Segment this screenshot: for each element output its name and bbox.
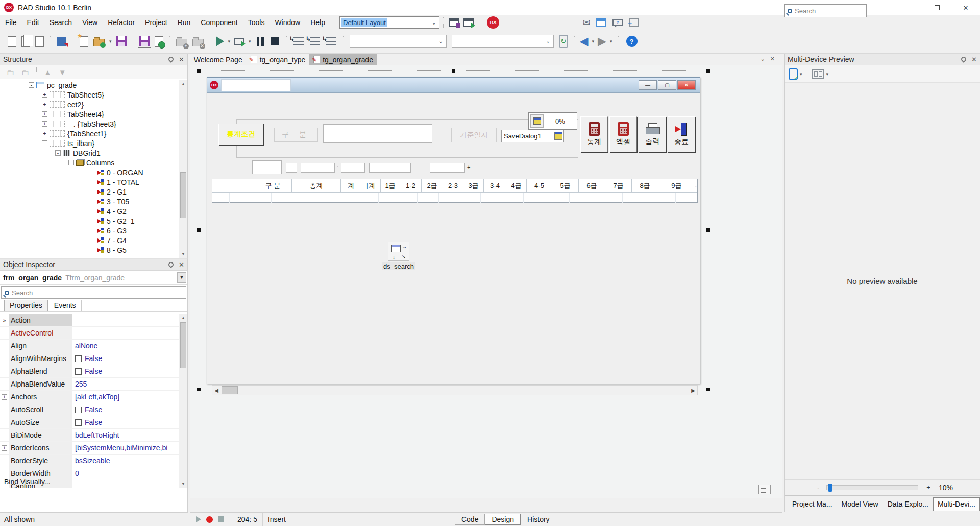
- filter-edit-box[interactable]: [341, 163, 365, 173]
- filter-edit-box[interactable]: [301, 163, 335, 173]
- menu-item[interactable]: Window: [270, 16, 305, 29]
- form-action-button[interactable]: 통계: [580, 116, 608, 152]
- tab-properties[interactable]: Properties: [4, 300, 48, 311]
- view-tab[interactable]: History: [521, 514, 556, 525]
- run-dropdown-icon[interactable]: ▾: [228, 39, 231, 44]
- feedback-question-icon[interactable]: ?: [612, 19, 623, 26]
- base-date-label[interactable]: 기준일자: [451, 128, 497, 142]
- property-row[interactable]: AlignWithMargins False: [0, 352, 179, 365]
- tab-list-chevron-icon[interactable]: ⌄: [761, 56, 765, 62]
- grid-column-header[interactable]: 구 분: [254, 179, 292, 192]
- resize-handle[interactable]: [706, 388, 710, 391]
- sign-in-icon[interactable]: [629, 18, 639, 27]
- window-close-button[interactable]: ✕: [951, 0, 980, 15]
- tree-item[interactable]: 0 - ORGAN: [0, 168, 179, 177]
- view-tab[interactable]: Design: [485, 514, 521, 525]
- new-items-icon[interactable]: [8, 36, 16, 47]
- progress-panel[interactable]: 0%: [528, 112, 577, 130]
- resize-handle[interactable]: [706, 228, 710, 232]
- form-horizontal-scrollbar[interactable]: ◀ ▶: [212, 385, 698, 395]
- filter-tab-box[interactable]: [252, 160, 282, 174]
- new-item-icon[interactable]: 🗀: [7, 68, 14, 77]
- editor-tab[interactable]: tg_organ_type: [247, 54, 310, 65]
- grid-column-header[interactable]: 7급: [605, 179, 632, 192]
- grid-column-header[interactable]: -: [695, 179, 697, 192]
- tree-expand-toggle[interactable]: +: [42, 111, 47, 117]
- new-unit-icon[interactable]: [35, 36, 44, 47]
- menu-item[interactable]: Run: [173, 16, 196, 29]
- close-icon[interactable]: ✕: [971, 56, 977, 63]
- property-row[interactable]: AutoScroll False: [0, 403, 179, 416]
- pause-icon[interactable]: [257, 37, 264, 46]
- zoom-out-button[interactable]: -: [817, 484, 819, 491]
- grid-column-header[interactable]: |계: [361, 179, 381, 192]
- scrollbar-thumb[interactable]: [222, 386, 238, 394]
- property-row[interactable]: AlphaBlendValue 255: [0, 378, 179, 391]
- editor-tab[interactable]: Welcome Page: [190, 54, 247, 65]
- designed-form-titlebar[interactable]: DX — ▢ ✕: [207, 78, 700, 93]
- help-icon[interactable]: ?: [626, 36, 638, 47]
- menu-item[interactable]: Help: [305, 16, 330, 29]
- resize-handle[interactable]: [197, 388, 201, 391]
- move-down-icon[interactable]: ▼: [59, 68, 66, 77]
- devices-dropdown-icon[interactable]: ▾: [800, 71, 802, 77]
- property-value[interactable]: False: [72, 405, 179, 414]
- tree-item[interactable]: 2 - G1: [0, 187, 179, 197]
- form-action-button[interactable]: 엑셀: [609, 116, 637, 152]
- layout-dropdown-icon[interactable]: ▾: [826, 71, 829, 77]
- tree-expand-toggle[interactable]: +: [42, 121, 47, 127]
- tree-item[interactable]: + TabSheet4}: [0, 109, 179, 119]
- menu-item[interactable]: Search: [44, 16, 77, 29]
- tree-item[interactable]: - DBGrid1: [0, 148, 179, 158]
- grid-column-header[interactable]: 4급: [506, 179, 527, 192]
- property-value[interactable]: bsSizeable: [72, 457, 179, 465]
- property-row[interactable]: ActiveControl: [0, 327, 179, 340]
- form-minimize-button[interactable]: —: [639, 80, 657, 90]
- checkbox-icon[interactable]: [75, 419, 82, 426]
- run-button-icon[interactable]: [216, 36, 224, 46]
- pin-icon[interactable]: [167, 56, 175, 63]
- tab-events[interactable]: Events: [49, 300, 82, 311]
- zoom-slider[interactable]: [826, 485, 918, 490]
- delete-item-icon[interactable]: 🗀: [21, 68, 29, 77]
- navigate-forward-icon[interactable]: ▶: [598, 36, 606, 46]
- tree-item[interactable]: 4 - G2: [0, 206, 179, 216]
- mail-icon[interactable]: ✉: [583, 17, 590, 28]
- checkbox-icon[interactable]: [75, 355, 82, 362]
- run-without-debugging-dropdown-icon[interactable]: ▾: [249, 39, 251, 44]
- property-value[interactable]: 0: [72, 469, 179, 477]
- menu-item[interactable]: Tools: [243, 16, 270, 29]
- target-platform-combo[interactable]: ⌄: [350, 35, 447, 48]
- designed-form[interactable]: DX — ▢ ✕ 통계조건 구 분 기준일자 SaveDialog1: [207, 77, 700, 384]
- save-icon[interactable]: [116, 36, 127, 46]
- gubun-label[interactable]: 구 분: [274, 128, 318, 142]
- close-icon[interactable]: ✕: [179, 261, 184, 269]
- property-value[interactable]: alNone: [72, 342, 179, 350]
- dock-tab[interactable]: Multi-Devi...: [933, 497, 980, 511]
- close-icon[interactable]: ✕: [179, 56, 184, 63]
- property-row[interactable]: » Action: [0, 314, 179, 327]
- tree-expand-toggle[interactable]: -: [29, 82, 34, 88]
- property-row[interactable]: Align alNone: [0, 340, 179, 352]
- open-project-icon[interactable]: [93, 39, 105, 46]
- filter-edit-box[interactable]: [430, 163, 465, 173]
- property-grid-scrollbar[interactable]: ▲ ▼: [179, 314, 187, 488]
- open-file-icon[interactable]: [21, 36, 30, 47]
- save-desktop-layout-icon[interactable]: [449, 18, 459, 27]
- run-until-return-icon[interactable]: [326, 37, 336, 45]
- menu-item[interactable]: View: [77, 16, 103, 29]
- open-project-dropdown-icon[interactable]: ▾: [109, 39, 112, 44]
- grid-column-header[interactable]: 5급: [552, 179, 579, 192]
- tree-item[interactable]: + {TabSheet1}: [0, 129, 179, 138]
- tree-expand-toggle[interactable]: -: [42, 140, 47, 146]
- tree-item[interactable]: + _ . {TabSheet3}: [0, 119, 179, 129]
- checkbox-icon[interactable]: [75, 407, 82, 413]
- chevron-down-icon[interactable]: ▼: [177, 272, 186, 283]
- target-device-combo[interactable]: ⌄: [452, 35, 554, 48]
- ide-search-box[interactable]: Search: [784, 4, 867, 17]
- property-value[interactable]: [akLeft,akTop]: [72, 393, 179, 401]
- menu-item[interactable]: Component: [195, 16, 242, 29]
- scroll-left-icon[interactable]: ◀: [212, 388, 220, 393]
- zoom-slider-thumb[interactable]: [828, 484, 832, 492]
- close-tab-icon[interactable]: ✕: [770, 56, 775, 62]
